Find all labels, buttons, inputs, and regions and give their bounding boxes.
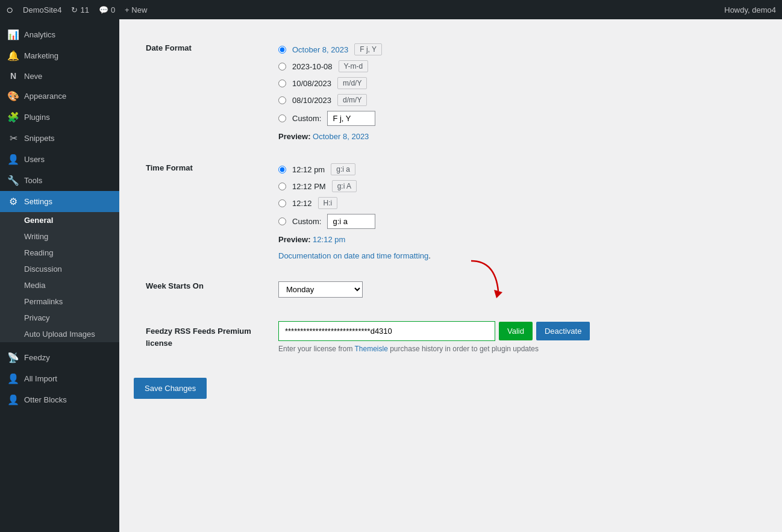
week-starts-select-wrap: Sunday Monday Tuesday Wednesday Thursday… — [266, 271, 768, 309]
neve-icon: N — [7, 71, 19, 81]
date-format-row: Date Format October 8, 2023 F j, Y 2023-… — [134, 31, 768, 151]
time-format-options: 12:12 pm g:i a 12:12 PM g:i A 12:12 H:i — [266, 151, 768, 271]
date-preview-label: Preview: — [278, 132, 310, 141]
time-radio-3[interactable] — [278, 199, 286, 207]
time-radio-group: 12:12 pm g:i a 12:12 PM g:i A 12:12 H:i — [278, 163, 755, 229]
license-content: ****************************d4310 Valid … — [266, 309, 768, 366]
tools-icon: 🔧 — [7, 175, 19, 186]
submenu-general[interactable]: General — [0, 212, 119, 228]
time-radio-1[interactable] — [278, 166, 286, 174]
license-input[interactable]: ****************************d4310 — [278, 321, 495, 341]
appearance-icon: 🎨 — [7, 90, 19, 102]
time-radio-custom[interactable] — [278, 217, 286, 225]
sidebar-item-settings[interactable]: ⚙ Settings — [0, 191, 119, 212]
date-label-4[interactable]: 08/10/2023 — [292, 96, 331, 105]
sidebar-label-otter-blocks: Otter Blocks — [24, 395, 67, 404]
sidebar-item-appearance[interactable]: 🎨 Appearance — [0, 86, 119, 107]
date-custom-input[interactable] — [327, 111, 375, 126]
analytics-icon: 📊 — [7, 29, 19, 40]
doc-link-wrap: Documentation on date and time formattin… — [278, 251, 755, 260]
sidebar-item-feedzy[interactable]: 📡 Feedzy — [0, 347, 119, 368]
time-option-3: 12:12 H:i — [278, 197, 755, 209]
time-label-1[interactable]: 12:12 pm — [292, 165, 325, 174]
sidebar-label-appearance: Appearance — [24, 92, 66, 101]
doc-link[interactable]: Documentation on date and time formattin… — [278, 251, 428, 260]
main-content: Date Format October 8, 2023 F j, Y 2023-… — [119, 19, 782, 532]
sidebar-item-plugins[interactable]: 🧩 Plugins — [0, 107, 119, 128]
date-radio-custom[interactable] — [278, 114, 286, 122]
time-label-2[interactable]: 12:12 PM — [292, 182, 326, 191]
submenu-privacy[interactable]: Privacy — [0, 310, 119, 326]
doc-link-period: . — [428, 251, 431, 260]
time-custom-input[interactable] — [327, 214, 375, 229]
sidebar-item-analytics[interactable]: 📊 Analytics — [0, 24, 119, 45]
date-badge-3: m/d/Y — [337, 77, 367, 89]
themeisle-link[interactable]: Themeisle — [355, 345, 388, 353]
time-option-2: 12:12 PM g:i A — [278, 180, 755, 192]
date-option-2: 2023-10-08 Y-m-d — [278, 60, 755, 72]
otter-blocks-icon: 👤 — [7, 394, 19, 405]
date-radio-1[interactable] — [278, 46, 286, 54]
time-badge-2: g:i A — [332, 180, 357, 192]
date-radio-2[interactable] — [278, 63, 286, 70]
date-preview: Preview: October 8, 2023 — [278, 132, 755, 141]
time-label-custom[interactable]: Custom: — [292, 217, 321, 226]
submenu-discussion[interactable]: Discussion — [0, 261, 119, 277]
valid-button[interactable]: Valid — [499, 322, 533, 340]
date-format-options: October 8, 2023 F j, Y 2023-10-08 Y-m-d … — [266, 31, 768, 151]
sidebar-item-tools[interactable]: 🔧 Tools — [0, 170, 119, 191]
date-option-4: 08/10/2023 d/m/Y — [278, 94, 755, 106]
date-option-custom: Custom: — [278, 111, 755, 126]
marketing-icon: 🔔 — [7, 50, 19, 61]
sidebar-label-snippets: Snippets — [24, 134, 55, 143]
sidebar-label-neve: Neve — [24, 72, 42, 81]
wp-logo[interactable]: ○ — [6, 3, 13, 17]
sidebar: 📊 Analytics 🔔 Marketing N Neve 🎨 Appeara… — [0, 19, 119, 532]
date-label-3[interactable]: 10/08/2023 — [292, 79, 331, 88]
date-badge-4: d/m/Y — [337, 94, 367, 106]
save-changes-button[interactable]: Save Changes — [134, 378, 207, 399]
sidebar-label-settings: Settings — [24, 197, 52, 206]
new-content[interactable]: + New — [125, 5, 147, 14]
sidebar-item-users[interactable]: 👤 Users — [0, 149, 119, 170]
time-label-3[interactable]: 12:12 — [292, 199, 312, 208]
submenu-media[interactable]: Media — [0, 277, 119, 293]
sidebar-label-feedzy: Feedzy — [24, 353, 50, 362]
date-badge-1: F j, Y — [354, 43, 382, 55]
users-icon: 👤 — [7, 154, 19, 165]
time-radio-2[interactable] — [278, 183, 286, 190]
submenu-auto-upload[interactable]: Auto Upload Images — [0, 326, 119, 342]
time-badge-3: H:i — [318, 197, 338, 209]
license-row: Feedzy RSS Feeds Premium license *******… — [134, 309, 768, 366]
date-label-2[interactable]: 2023-10-08 — [292, 62, 333, 71]
week-starts-select[interactable]: Sunday Monday Tuesday Wednesday Thursday… — [278, 281, 363, 298]
time-badge-1: g:i a — [331, 163, 355, 175]
date-label-custom[interactable]: Custom: — [292, 114, 321, 123]
license-input-wrap: ****************************d4310 Valid … — [278, 321, 755, 341]
updates-count[interactable]: ↻ 11 — [71, 5, 89, 14]
submenu-permalinks[interactable]: Permalinks — [0, 293, 119, 310]
date-option-3: 10/08/2023 m/d/Y — [278, 77, 755, 89]
date-radio-4[interactable] — [278, 96, 286, 104]
week-starts-label: Week Starts On — [134, 271, 266, 309]
deactivate-button[interactable]: Deactivate — [536, 322, 590, 340]
settings-table: Date Format October 8, 2023 F j, Y 2023-… — [134, 31, 768, 366]
comments-count[interactable]: 💬 0 — [99, 5, 115, 14]
admin-bar: ○ DemoSite4 ↻ 11 💬 0 + New Howdy, demo4 — [0, 0, 782, 19]
time-option-1: 12:12 pm g:i a — [278, 163, 755, 175]
date-radio-3[interactable] — [278, 80, 286, 87]
sidebar-item-all-import[interactable]: 👤 All Import — [0, 368, 119, 389]
sidebar-item-otter-blocks[interactable]: 👤 Otter Blocks — [0, 389, 119, 410]
submenu-reading[interactable]: Reading — [0, 245, 119, 261]
howdy-text: Howdy, demo4 — [724, 5, 776, 14]
submenu-writing[interactable]: Writing — [0, 228, 119, 245]
sidebar-label-marketing: Marketing — [24, 51, 58, 60]
sidebar-item-neve[interactable]: N Neve — [0, 66, 119, 86]
settings-submenu: General Writing Reading Discussion Media… — [0, 212, 119, 342]
sidebar-label-analytics: Analytics — [24, 30, 55, 39]
sidebar-item-snippets[interactable]: ✂ Snippets — [0, 128, 119, 149]
date-preview-value: October 8, 2023 — [313, 132, 369, 141]
site-name[interactable]: DemoSite4 — [23, 5, 61, 14]
sidebar-item-marketing[interactable]: 🔔 Marketing — [0, 45, 119, 66]
date-label-1[interactable]: October 8, 2023 — [292, 45, 348, 54]
